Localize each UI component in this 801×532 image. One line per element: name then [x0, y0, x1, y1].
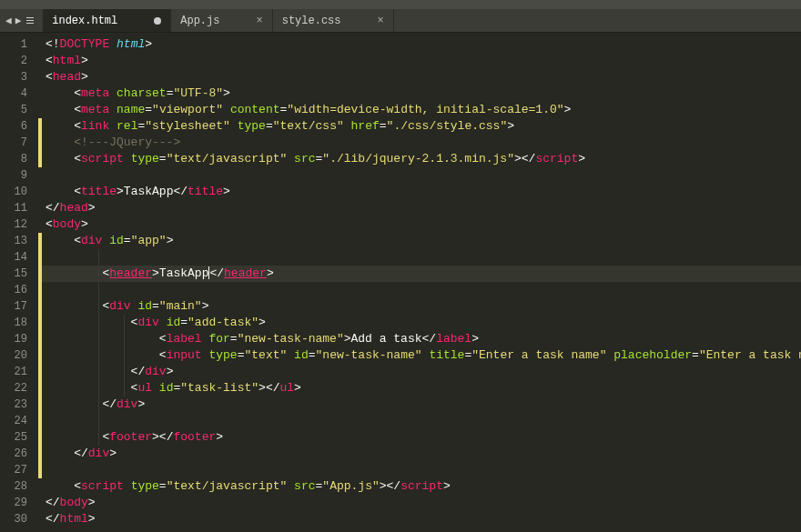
token-punc: >	[145, 37, 152, 51]
editor[interactable]: 1234567891011121314151617181920212223242…	[0, 33, 801, 532]
token-tag: body	[53, 217, 81, 231]
code-line[interactable]	[38, 282, 801, 298]
tab-App-js[interactable]: App.js×	[171, 9, 272, 32]
token-punc: <	[46, 430, 109, 444]
token-punc: <	[46, 234, 81, 247]
code-line[interactable]: <!---JQuery--->	[38, 135, 801, 151]
token-punc: </	[209, 266, 224, 280]
token-tag: div	[137, 316, 158, 329]
token-tag: title	[188, 185, 223, 198]
token-punc: ></	[514, 152, 535, 166]
nav-forward-icon[interactable]: ▶	[15, 15, 22, 26]
code-line[interactable]: <header>TaskApp</header>	[38, 266, 801, 282]
token-punc: >	[109, 447, 117, 460]
token-attr: src	[294, 479, 315, 493]
code-line[interactable]: <title>TaskApp</title>	[38, 184, 801, 200]
token-punc: =	[230, 332, 238, 346]
token-punc: >	[344, 332, 351, 346]
indent-guide	[98, 249, 99, 266]
token-punc: <	[46, 266, 109, 280]
token-punc: >	[88, 512, 96, 526]
line-number: 1	[0, 36, 38, 53]
code-line[interactable]: <script type="text/javascript" src="App.…	[38, 478, 801, 495]
token-punc: >	[223, 86, 230, 100]
token-punc: =	[124, 234, 131, 247]
token-punc: >	[216, 430, 223, 444]
token-punc	[287, 152, 294, 166]
token-punc: <	[46, 479, 81, 493]
code-line[interactable]: <head>	[38, 69, 801, 85]
nav-back-icon[interactable]: ◀	[5, 15, 12, 26]
code-area[interactable]: <!DOCTYPE html><html><head> <meta charse…	[38, 33, 801, 532]
token-punc: </	[46, 512, 60, 526]
code-line[interactable]: </div>	[38, 446, 801, 462]
code-line[interactable]: </head>	[38, 200, 801, 216]
token-tag: label	[167, 332, 202, 346]
token-str: "UTF-8"	[173, 86, 223, 100]
token-punc: </	[46, 397, 117, 411]
tab-bar: ◀ ▶ index.htmlApp.js×style.css×	[0, 9, 801, 33]
code-line[interactable]: <div id="main">	[38, 298, 801, 315]
line-number: 6	[0, 118, 38, 135]
line-number: 27	[0, 462, 38, 478]
token-tag: ul	[137, 381, 152, 395]
code-line[interactable]	[38, 167, 801, 184]
token-tag: body	[60, 496, 88, 509]
token-attr: charset	[117, 86, 167, 100]
tab-label: index.html	[52, 15, 117, 27]
token-punc: >	[137, 397, 145, 411]
code-line[interactable]: <html>	[38, 53, 801, 69]
token-tag: script	[81, 479, 124, 493]
token-attr: id	[294, 348, 309, 362]
code-line[interactable]: <div id="add-task">	[38, 315, 801, 331]
code-line[interactable]: <body>	[38, 216, 801, 233]
code-line[interactable]: <meta name="viewport" content="width=dev…	[38, 102, 801, 118]
token-attr: src	[294, 152, 315, 166]
line-number: 24	[0, 413, 38, 429]
token-punc: <	[46, 316, 137, 329]
token-punc: =	[180, 316, 188, 329]
tab-index-html[interactable]: index.html	[43, 9, 171, 32]
token-punc: </	[422, 332, 437, 346]
token-punc: <	[46, 152, 81, 166]
line-number: 17	[0, 298, 38, 315]
token-attr: id	[109, 234, 124, 247]
code-line[interactable]	[38, 249, 801, 266]
close-icon[interactable]: ×	[378, 15, 384, 26]
tab-style-css[interactable]: style.css×	[273, 9, 394, 32]
token-punc: >	[81, 54, 88, 67]
code-line[interactable]: </html>	[38, 511, 801, 527]
hamburger-icon[interactable]	[25, 17, 37, 24]
token-punc: ></	[380, 479, 400, 493]
code-line[interactable]: <!DOCTYPE html>	[38, 36, 801, 53]
token-str: "text/javascript"	[167, 479, 288, 493]
line-number: 19	[0, 331, 38, 347]
code-line[interactable]: <label for="new-task-name">Add a task</l…	[38, 331, 801, 347]
code-line[interactable]: </div>	[38, 396, 801, 413]
code-line[interactable]: </div>	[38, 364, 801, 380]
token-punc: <	[46, 381, 137, 395]
token-punc: <	[46, 348, 167, 362]
code-line[interactable]: <footer></footer>	[38, 429, 801, 446]
token-str: "width=device-width, initial-scale=1.0"	[287, 103, 563, 116]
code-line[interactable]	[38, 462, 801, 478]
token-str: "viewport"	[152, 103, 223, 116]
token-attr: id	[167, 316, 181, 329]
code-line[interactable]: <ul id="task-list"></ul>	[38, 380, 801, 396]
token-punc: <	[46, 54, 53, 67]
token-attr: href	[351, 119, 380, 133]
token-str: "Enter a task name"	[471, 348, 606, 362]
close-icon[interactable]: ×	[256, 15, 262, 26]
token-attr: content	[230, 103, 280, 116]
code-line[interactable]	[38, 413, 801, 429]
line-number: 23	[0, 396, 38, 413]
code-line[interactable]: <meta charset="UTF-8">	[38, 85, 801, 102]
token-doct: DOCTYPE	[60, 37, 110, 51]
token-punc: =	[159, 152, 167, 166]
code-line[interactable]: <div id="app">	[38, 233, 801, 249]
code-line[interactable]: <link rel="stylesheet" type="text/css" h…	[38, 118, 801, 135]
code-line[interactable]: <input type="text" id="new-task-name" ti…	[38, 347, 801, 364]
code-line[interactable]: <script type="text/javascript" src="./li…	[38, 151, 801, 167]
code-line[interactable]: </body>	[38, 495, 801, 511]
line-number: 21	[0, 364, 38, 380]
